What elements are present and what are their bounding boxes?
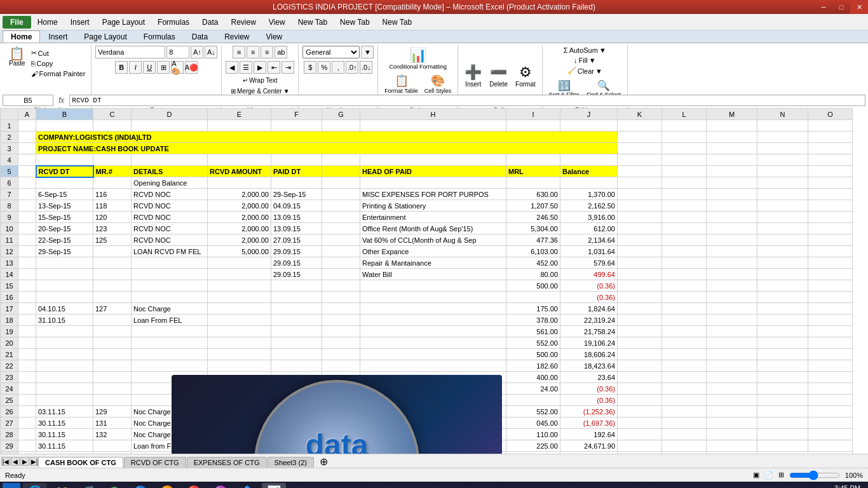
cell-5-M[interactable] <box>707 166 757 177</box>
cell-7-A[interactable] <box>18 189 36 200</box>
cell-15-J[interactable]: (0.36) <box>560 280 618 292</box>
cell-20-F[interactable] <box>271 337 322 349</box>
sheet-tab-sheet3[interactable]: Sheet3 (2) <box>268 457 314 468</box>
view-menu[interactable]: View <box>262 16 292 29</box>
cell-17-C[interactable]: 127 <box>93 303 132 315</box>
cell-8-I[interactable]: 1,207.50 <box>506 200 560 212</box>
cell-21-N[interactable] <box>757 349 808 360</box>
cell-29-C[interactable] <box>93 440 132 452</box>
col-header-O[interactable]: O <box>808 109 853 120</box>
cell-9-K[interactable] <box>618 212 662 223</box>
cell-22-D[interactable] <box>132 360 208 372</box>
cell-14-N[interactable] <box>757 269 808 280</box>
col-header-E[interactable]: E <box>208 109 271 120</box>
cell-6-F[interactable] <box>271 177 322 189</box>
cell-19-O[interactable] <box>808 326 853 337</box>
row-header-8[interactable]: 8 <box>1 200 18 212</box>
cell-5-G[interactable] <box>322 166 360 177</box>
row-header-10[interactable]: 10 <box>1 223 18 234</box>
cell-28-L[interactable] <box>662 429 707 440</box>
cell-24-N[interactable] <box>757 383 808 395</box>
insert-cell-button[interactable]: ➕ Insert <box>462 63 484 89</box>
row-header-23[interactable]: 23 <box>1 372 18 383</box>
cell-22-M[interactable] <box>707 360 757 372</box>
cell-6-K[interactable] <box>618 177 662 189</box>
cell-10-K[interactable] <box>618 223 662 234</box>
paste-button[interactable]: 📋 Paste <box>6 46 28 68</box>
tab-formulas[interactable]: Formulas <box>135 30 184 43</box>
formula-input[interactable] <box>69 95 865 106</box>
cell-16-C[interactable] <box>93 292 132 303</box>
row-header-27[interactable]: 27 <box>1 417 18 429</box>
cell-20-G[interactable] <box>322 337 360 349</box>
row-header-24[interactable]: 24 <box>1 383 18 395</box>
cell-25-K[interactable] <box>618 395 662 406</box>
tab-nav-first[interactable]: |◀ <box>1 457 10 466</box>
cell-7-L[interactable] <box>662 189 707 200</box>
align-right[interactable]: ▶ <box>254 61 266 74</box>
cell-4-M[interactable] <box>707 154 757 166</box>
cell-6-A[interactable] <box>18 177 36 189</box>
cell-6-I[interactable] <box>506 177 560 189</box>
cell-19-J[interactable]: 21,758.24 <box>560 326 618 337</box>
cell-19-L[interactable] <box>662 326 707 337</box>
cell-25-M[interactable] <box>707 395 757 406</box>
cell-22-O[interactable] <box>808 360 853 372</box>
cell-13-E[interactable] <box>208 257 271 269</box>
row-header-5[interactable]: 5 <box>1 166 18 177</box>
cell-11-L[interactable] <box>662 234 707 246</box>
new-sheet-button[interactable]: ⊕ <box>317 456 330 468</box>
cell-28-O[interactable] <box>808 429 853 440</box>
cell-18-H[interactable] <box>360 315 506 326</box>
col-header-A[interactable]: A <box>18 109 36 120</box>
cell-14-A[interactable] <box>18 269 36 280</box>
cell-15-F[interactable] <box>271 280 322 292</box>
cell-10-M[interactable] <box>707 223 757 234</box>
cell-9-A[interactable] <box>18 212 36 223</box>
cell-5-H[interactable]: HEAD OF PAID <box>360 166 506 177</box>
cell-18-O[interactable] <box>808 315 853 326</box>
cell-14-G[interactable] <box>322 269 360 280</box>
cell-27-N[interactable] <box>757 417 808 429</box>
cell-20-C[interactable] <box>93 337 132 349</box>
cell-9-G[interactable] <box>322 212 360 223</box>
cell-4-E[interactable] <box>208 154 271 166</box>
align-left[interactable]: ◀ <box>226 61 238 74</box>
cell-15-B[interactable] <box>36 280 93 292</box>
cell-17-F[interactable] <box>271 303 322 315</box>
cell-28-C[interactable]: 132 <box>93 429 132 440</box>
cell-17-H[interactable] <box>360 303 506 315</box>
cell-1-J[interactable] <box>560 120 618 132</box>
cell-19-H[interactable] <box>360 326 506 337</box>
cell-8-D[interactable]: RCVD NOC <box>132 200 208 212</box>
cell-18-N[interactable] <box>757 315 808 326</box>
cell-29-N[interactable] <box>757 440 808 452</box>
tab-review[interactable]: Review <box>216 30 257 43</box>
cell-10-G[interactable] <box>322 223 360 234</box>
cell-29-O[interactable] <box>808 440 853 452</box>
cell-21-M[interactable] <box>707 349 757 360</box>
cell-9-L[interactable] <box>662 212 707 223</box>
cell-8-F[interactable]: 04.09.15 <box>271 200 322 212</box>
sheet-tab-cashbook[interactable]: CASH BOOK OF CTG <box>38 457 123 468</box>
cell-1-L[interactable] <box>662 120 707 132</box>
cell-28-J[interactable]: 192.64 <box>560 429 618 440</box>
cell-4-B[interactable] <box>36 154 93 166</box>
cell-19-F[interactable] <box>271 326 322 337</box>
cell-9-N[interactable] <box>757 212 808 223</box>
cell-22-L[interactable] <box>662 360 707 372</box>
cell-23-A[interactable] <box>18 372 36 383</box>
home-menu[interactable]: Home <box>31 16 64 29</box>
cell-28-K[interactable] <box>618 429 662 440</box>
cell-15-H[interactable] <box>360 280 506 292</box>
row-header-4[interactable]: 4 <box>1 154 18 166</box>
cell-16-J[interactable]: (0.36) <box>560 292 618 303</box>
cell-6-O[interactable] <box>808 177 853 189</box>
cell-20-D[interactable] <box>132 337 208 349</box>
cell-10-A[interactable] <box>18 223 36 234</box>
cell-16-O[interactable] <box>808 292 853 303</box>
view-normal-btn[interactable]: ▣ <box>753 471 759 479</box>
tab-data[interactable]: Data <box>184 30 216 43</box>
cell-18-F[interactable] <box>271 315 322 326</box>
cell-6-N[interactable] <box>757 177 808 189</box>
